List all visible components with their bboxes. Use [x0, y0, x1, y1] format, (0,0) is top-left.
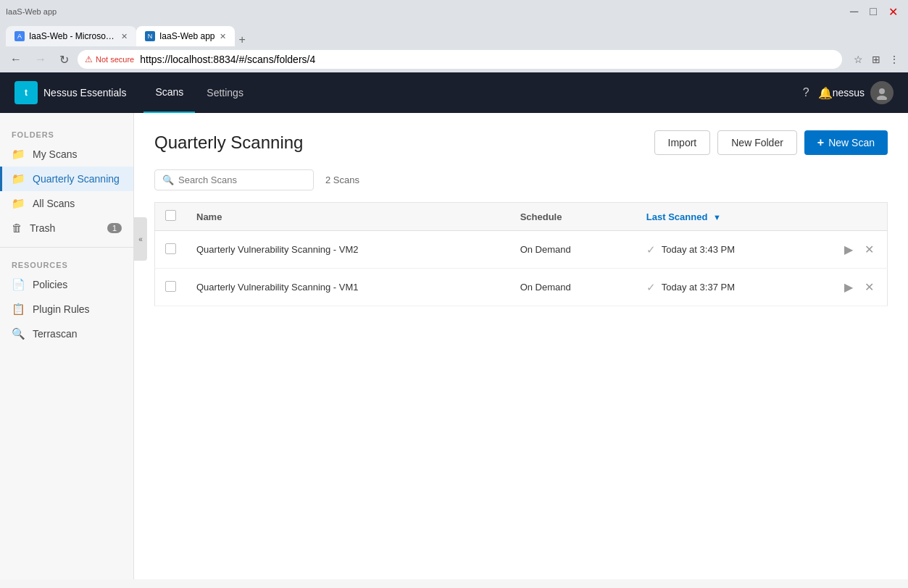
- nav-user[interactable]: nessus: [833, 81, 894, 104]
- tab-label-2: IaaS-Web app: [159, 31, 215, 41]
- new-folder-button[interactable]: New Folder: [717, 130, 797, 155]
- forward-button[interactable]: →: [30, 51, 51, 67]
- sidebar-item-all-scans[interactable]: 📁 All Scans: [0, 191, 133, 216]
- tab-close-2[interactable]: ✕: [220, 32, 226, 41]
- sidebar-item-trash[interactable]: 🗑 Trash 1: [0, 216, 133, 240]
- browser-title: IaaS-Web app: [6, 7, 57, 16]
- table-header: Name Schedule Last Scanned ▼: [155, 203, 888, 231]
- row2-checkbox[interactable]: [165, 281, 176, 292]
- header-name[interactable]: Name: [186, 203, 510, 231]
- row1-actions-cell: ▶ ✕: [830, 231, 888, 269]
- new-scan-label: New Scan: [828, 137, 875, 148]
- row2-name[interactable]: Quarterly Vulnerability Scanning - VM1: [186, 269, 510, 306]
- tab-close-1[interactable]: ✕: [121, 32, 128, 41]
- row1-last-scanned-time: Today at 3:43 PM: [662, 244, 735, 255]
- row1-status-icon: ✓: [646, 243, 656, 256]
- minimize-button[interactable]: ─: [846, 4, 862, 20]
- sidebar-label-terrascan: Terrascan: [33, 328, 77, 340]
- address-bar[interactable]: ⚠ Not secure https://localhost:8834/#/sc…: [78, 50, 842, 69]
- sidebar-divider: [0, 247, 133, 248]
- table-body: Quarterly Vulnerability Scanning - VM2 O…: [155, 231, 888, 306]
- folder-icon-quarterly: 📁: [12, 172, 25, 185]
- not-secure-label: Not secure: [96, 55, 134, 64]
- svg-text:t: t: [25, 88, 28, 98]
- notifications-button[interactable]: 🔔: [818, 86, 833, 100]
- folders-label: FOLDERS: [0, 125, 133, 142]
- header-schedule[interactable]: Schedule: [510, 203, 636, 231]
- header-last-scanned[interactable]: Last Scanned ▼: [636, 203, 830, 231]
- search-icon: 🔍: [162, 175, 174, 185]
- plus-icon: +: [817, 136, 824, 149]
- import-button[interactable]: Import: [654, 130, 711, 155]
- row2-last-scanned: ✓ Today at 3:37 PM: [636, 269, 830, 306]
- sidebar-item-terrascan[interactable]: 🔍 Terrascan: [0, 322, 133, 346]
- row1-name[interactable]: Quarterly Vulnerability Scanning - VM2: [186, 231, 510, 269]
- url-text: https://localhost:8834/#/scans/folders/4: [140, 54, 315, 65]
- row2-last-scanned-time: Today at 3:37 PM: [662, 282, 735, 293]
- header-actions: Import New Folder + New Scan: [654, 130, 888, 155]
- header-checkbox-col: [155, 203, 187, 231]
- tab-favicon-1: A: [14, 31, 25, 41]
- search-box[interactable]: 🔍: [154, 169, 314, 190]
- refresh-button[interactable]: ↻: [55, 51, 73, 68]
- app-container: t Nessus Essentials Scans Settings ? 🔔 n…: [0, 72, 908, 579]
- header-actions-col: [830, 203, 888, 231]
- close-button[interactable]: ✕: [884, 4, 902, 20]
- brand-name: Nessus Essentials: [43, 87, 126, 98]
- select-all-checkbox[interactable]: [165, 210, 176, 221]
- row2-schedule: On Demand: [510, 269, 636, 306]
- terrascan-icon: 🔍: [12, 327, 25, 340]
- row1-run-button[interactable]: ▶: [841, 241, 856, 258]
- table-row: Quarterly Vulnerability Scanning - VM2 O…: [155, 231, 888, 269]
- brand-logo: t: [14, 81, 38, 104]
- row2-check-cell: [155, 269, 187, 306]
- content-header: Quarterly Scanning Import New Folder + N…: [154, 130, 888, 155]
- nav-settings[interactable]: Settings: [195, 72, 255, 113]
- back-button[interactable]: ←: [6, 51, 26, 67]
- sort-arrow-icon: ▼: [713, 213, 721, 222]
- browser-tab-1[interactable]: A IaaS-Web - Microsoft Azure ✕: [6, 26, 136, 46]
- new-scan-button[interactable]: + New Scan: [804, 130, 888, 155]
- help-button[interactable]: ?: [803, 86, 809, 99]
- nav-username: nessus: [833, 87, 865, 98]
- nav-icons: ? 🔔: [803, 86, 833, 100]
- sidebar-item-my-scans[interactable]: 📁 My Scans: [0, 142, 133, 167]
- extensions-button[interactable]: ⊞: [869, 52, 883, 67]
- trash-badge: 1: [107, 223, 122, 233]
- tab-favicon-2: N: [145, 31, 155, 41]
- maximize-button[interactable]: □: [865, 4, 881, 20]
- bookmark-button[interactable]: ☆: [851, 52, 866, 67]
- browser-addressbar: ← → ↻ ⚠ Not secure https://localhost:883…: [0, 46, 908, 72]
- menu-button[interactable]: ⋮: [886, 52, 902, 67]
- row1-checkbox[interactable]: [165, 243, 176, 254]
- new-tab-button[interactable]: +: [235, 33, 250, 46]
- row2-delete-button[interactable]: ✕: [862, 279, 877, 295]
- content-area: Quarterly Scanning Import New Folder + N…: [134, 113, 908, 579]
- browser-tabs: A IaaS-Web - Microsoft Azure ✕ N IaaS-We…: [0, 23, 908, 46]
- sidebar-item-plugin-rules[interactable]: 📋 Plugin Rules: [0, 297, 133, 322]
- row1-last-scanned: ✓ Today at 3:43 PM: [636, 231, 830, 269]
- scan-controls: 🔍 2 Scans: [154, 169, 888, 190]
- row2-run-button[interactable]: ▶: [841, 279, 856, 295]
- browser-actions: ☆ ⊞ ⋮: [851, 52, 902, 67]
- sidebar-label-all-scans: All Scans: [33, 198, 75, 209]
- browser-chrome: IaaS-Web app ─ □ ✕ A IaaS-Web - Microsof…: [0, 0, 908, 72]
- brand: t Nessus Essentials: [14, 81, 126, 104]
- page-title: Quarterly Scanning: [154, 133, 654, 153]
- sidebar-item-policies[interactable]: 📄 Policies: [0, 272, 133, 297]
- browser-titlebar: IaaS-Web app ─ □ ✕: [0, 0, 908, 23]
- nav-scans[interactable]: Scans: [143, 72, 195, 113]
- table-row: Quarterly Vulnerability Scanning - VM1 O…: [155, 269, 888, 306]
- trash-icon: 🗑: [12, 222, 22, 234]
- sidebar-item-quarterly-scanning[interactable]: 📁 Quarterly Scanning: [0, 167, 133, 191]
- sidebar-label-trash: Trash: [30, 222, 55, 234]
- sidebar-label-my-scans: My Scans: [33, 148, 77, 160]
- tenable-logo-icon: t: [18, 85, 34, 101]
- row1-actions: ▶ ✕: [840, 241, 878, 258]
- scan-count: 2 Scans: [325, 175, 359, 185]
- row1-delete-button[interactable]: ✕: [862, 241, 877, 258]
- user-avatar: [870, 81, 894, 104]
- search-input[interactable]: [178, 175, 306, 185]
- folder-icon-all-scans: 📁: [12, 197, 25, 210]
- browser-tab-2[interactable]: N IaaS-Web app ✕: [136, 26, 235, 46]
